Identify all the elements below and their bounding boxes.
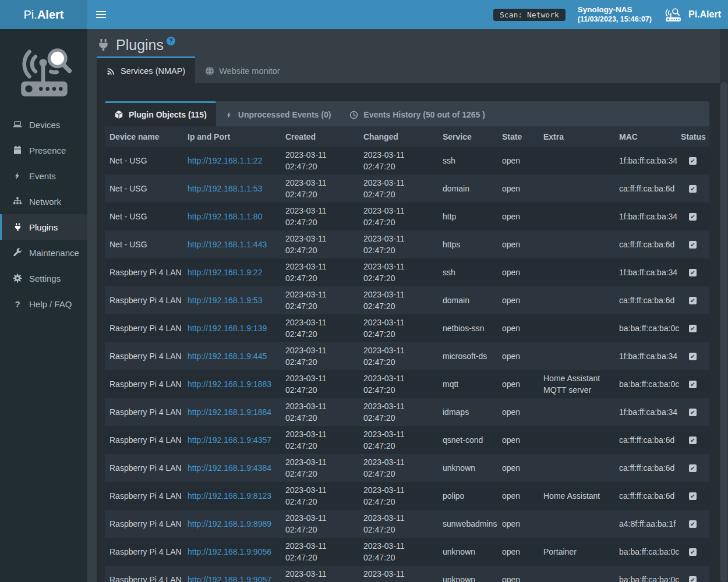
status-checkbox[interactable]: ✔ bbox=[689, 157, 697, 165]
cell-service: http bbox=[438, 203, 497, 230]
tab-content-box: Plugin Objects (115) Unprocessed Events … bbox=[97, 83, 720, 582]
cell-changed: 2023-03-11 02:47:20 bbox=[359, 510, 438, 538]
column-header-status: Status bbox=[676, 126, 709, 147]
cell-status: ✔ bbox=[676, 314, 709, 342]
cell-created: 2023-03-11 02:47:20 bbox=[281, 398, 359, 426]
cell-extra bbox=[539, 230, 614, 258]
cell-status: ✔ bbox=[676, 342, 709, 370]
ip-port-link[interactable]: http://192.168.1.9:445 bbox=[188, 352, 267, 361]
sidebar-item-events[interactable]: Events bbox=[0, 163, 87, 189]
cell-state: open bbox=[497, 566, 539, 582]
status-checkbox[interactable]: ✔ bbox=[689, 576, 697, 582]
ip-port-link[interactable]: http://192.168.1.9:4357 bbox=[188, 435, 271, 445]
plugin-subtabs: Plugin Objects (115) Unprocessed Events … bbox=[105, 101, 709, 126]
sidebar-toggle-button[interactable] bbox=[87, 0, 114, 29]
cell-ip-and-port: http://192.168.1.9:445 bbox=[183, 342, 281, 370]
status-checkbox[interactable]: ✔ bbox=[689, 185, 697, 193]
subtab-plugin-objects[interactable]: Plugin Objects (115) bbox=[105, 101, 216, 126]
ip-port-link[interactable]: http://192.168.1.9:8989 bbox=[188, 519, 271, 528]
ip-port-link[interactable]: http://192.168.1.9:9056 bbox=[188, 547, 271, 556]
cell-service: unknown bbox=[438, 454, 497, 482]
cell-status: ✔ bbox=[676, 175, 709, 203]
sidebar-item-devices[interactable]: Devices bbox=[0, 112, 87, 137]
ip-port-link[interactable]: http://192.168.1.1:443 bbox=[188, 240, 267, 249]
column-header-extra: Extra bbox=[539, 126, 614, 147]
sidebar-item-help[interactable]: ? Help / FAQ bbox=[0, 291, 87, 317]
page-scrollbar-thumb[interactable] bbox=[720, 82, 727, 582]
cell-ip-and-port: http://192.168.1.9:8989 bbox=[183, 510, 281, 538]
tab-services-nmap[interactable]: Services (NMAP) bbox=[97, 56, 195, 83]
sidebar-item-network[interactable]: Network bbox=[0, 189, 87, 214]
ip-port-link[interactable]: http://192.168.1.9:9057 bbox=[188, 575, 271, 582]
status-checkbox[interactable]: ✔ bbox=[689, 213, 697, 221]
ip-port-link[interactable]: http://192.168.1.9:139 bbox=[188, 324, 267, 333]
status-checkbox[interactable]: ✔ bbox=[689, 269, 697, 276]
status-checkbox[interactable]: ✔ bbox=[689, 409, 697, 416]
sidebar-item-label: Maintenance bbox=[29, 248, 79, 258]
ip-port-link[interactable]: http://192.168.1.9:1884 bbox=[188, 407, 271, 417]
help-badge[interactable]: ? bbox=[167, 37, 175, 45]
app-logo[interactable]: Pi.Alert bbox=[0, 0, 87, 29]
ip-port-link[interactable]: http://192.168.1.9:1883 bbox=[188, 379, 271, 389]
subtab-unprocessed-events[interactable]: Unprocessed Events (0) bbox=[216, 101, 341, 126]
cell-ip-and-port: http://192.168.1.9:1884 bbox=[183, 398, 281, 426]
status-checkbox[interactable]: ✔ bbox=[689, 492, 697, 500]
cell-extra bbox=[539, 426, 614, 454]
cell-created: 2023-03-11 02:47:20 bbox=[281, 203, 359, 230]
cell-changed: 2023-03-11 02:47:20 bbox=[359, 370, 438, 398]
sidebar-logo bbox=[0, 29, 87, 112]
cell-status: ✔ bbox=[676, 258, 709, 286]
cell-ip-and-port: http://192.168.1.9:9057 bbox=[183, 566, 281, 582]
status-checkbox[interactable]: ✔ bbox=[689, 353, 697, 360]
status-checkbox[interactable]: ✔ bbox=[689, 297, 697, 304]
cell-device-name: Raspberry Pi 4 LAN bbox=[105, 482, 183, 510]
cell-state: open bbox=[497, 538, 539, 566]
cell-extra bbox=[539, 342, 614, 370]
ip-port-link[interactable]: http://192.168.1.1:80 bbox=[188, 212, 262, 221]
ip-port-link[interactable]: http://192.168.1.9:22 bbox=[188, 268, 262, 277]
ip-port-link[interactable]: http://192.168.1.9:4384 bbox=[188, 463, 271, 473]
cell-mac: ba:ba:ff:ca:ba:0c bbox=[614, 566, 676, 582]
ip-port-link[interactable]: http://192.168.1.9:8123 bbox=[188, 491, 271, 501]
cell-mac: 1f:ba:ff:ca:ba:34 bbox=[614, 258, 676, 286]
cell-changed: 2023-03-11 02:47:20 bbox=[359, 566, 438, 582]
status-checkbox[interactable]: ✔ bbox=[689, 436, 697, 444]
laptop-icon bbox=[12, 120, 23, 129]
sidebar-item-maintenance[interactable]: Maintenance bbox=[0, 240, 87, 265]
status-checkbox[interactable]: ✔ bbox=[689, 520, 697, 528]
subtab-events-history[interactable]: Events History (50 out of 1265 ) bbox=[340, 101, 494, 126]
app-logo-text: Pi.Alert bbox=[24, 8, 64, 22]
cell-state: open bbox=[497, 370, 539, 398]
cell-created: 2023-03-11 02:47:20 bbox=[281, 370, 359, 398]
sidebar-menu: Devices Presence Events Network Plugins bbox=[0, 112, 87, 317]
status-checkbox[interactable]: ✔ bbox=[689, 325, 697, 332]
cell-state: open bbox=[497, 454, 539, 482]
ip-port-link[interactable]: http://192.168.1.9:53 bbox=[188, 296, 262, 305]
cell-service: ssh bbox=[438, 147, 497, 175]
brand-link[interactable]: Pi.Alert bbox=[664, 7, 721, 22]
cell-created: 2023-03-11 02:47:20 bbox=[281, 566, 359, 582]
status-checkbox[interactable]: ✔ bbox=[689, 241, 697, 249]
gear-icon bbox=[12, 274, 23, 283]
sidebar-item-presence[interactable]: Presence bbox=[0, 137, 87, 163]
cell-mac: ca:ff:ff:ca:ba:6d bbox=[614, 230, 676, 258]
scan-status-badge[interactable]: Scan: Network bbox=[493, 9, 566, 21]
status-checkbox[interactable]: ✔ bbox=[689, 548, 697, 556]
status-checkbox[interactable]: ✔ bbox=[689, 464, 697, 472]
cell-changed: 2023-03-11 02:47:20 bbox=[359, 258, 438, 286]
column-header-service: Service bbox=[438, 126, 497, 147]
cell-device-name: Raspberry Pi 4 LAN bbox=[105, 426, 183, 454]
sidebar-item-settings[interactable]: Settings bbox=[0, 265, 87, 291]
cell-device-name: Raspberry Pi 4 LAN bbox=[105, 398, 183, 426]
sidebar-item-plugins[interactable]: Plugins bbox=[0, 214, 87, 240]
cell-service: polipo bbox=[438, 482, 497, 510]
cell-mac: 1f:ba:ff:ca:ba:34 bbox=[614, 147, 676, 175]
cell-ip-and-port: http://192.168.1.9:8123 bbox=[183, 482, 281, 510]
cell-ip-and-port: http://192.168.1.9:4357 bbox=[183, 426, 281, 454]
status-checkbox[interactable]: ✔ bbox=[689, 381, 697, 388]
tab-website-monitor[interactable]: Website monitor bbox=[195, 56, 290, 83]
ip-port-link[interactable]: http://192.168.1.1:53 bbox=[188, 184, 262, 193]
ip-port-link[interactable]: http://192.168.1.1:22 bbox=[188, 156, 262, 165]
cell-device-name: Raspberry Pi 4 LAN bbox=[105, 538, 183, 566]
cell-created: 2023-03-11 02:47:20 bbox=[281, 175, 359, 203]
